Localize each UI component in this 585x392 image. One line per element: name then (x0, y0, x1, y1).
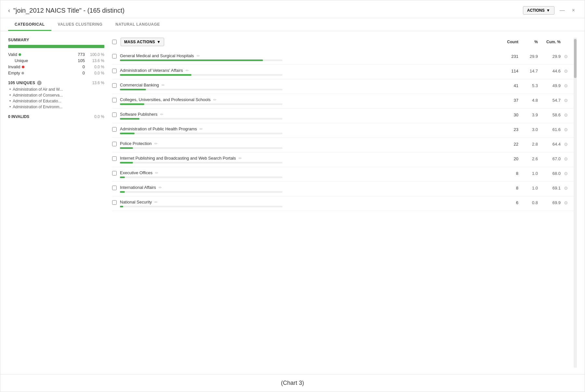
gear-icon[interactable]: ⚙ (564, 156, 568, 162)
edit-icon[interactable]: ✏ (197, 54, 200, 58)
bar-track (120, 206, 282, 207)
row-content: Administration of Veterans' Affairs ✏ (120, 68, 496, 76)
edit-icon[interactable]: ✏ (155, 171, 158, 175)
row-count: 231 (496, 54, 522, 59)
col-header-pct: % (522, 40, 541, 44)
info-icon[interactable]: i (37, 81, 42, 85)
row-checkbox[interactable] (112, 156, 117, 161)
edit-icon[interactable]: ✏ (200, 127, 203, 131)
summary-unique-row: Unique 105 13.6 % (8, 58, 104, 63)
close-button[interactable]: × (570, 6, 577, 15)
tabs: CATEGORICAL VALUES CLUSTERING NATURAL LA… (0, 18, 585, 31)
row-pct: 2.8 (522, 142, 541, 147)
mass-actions-button[interactable]: MASS ACTIONS ▼ (121, 38, 164, 46)
row-cum-pct: 61.6 (541, 127, 564, 132)
edit-icon[interactable]: ✏ (162, 83, 165, 87)
table-row: Administration of Public Health Programs… (112, 123, 574, 138)
empty-dot (21, 72, 24, 74)
row-cum-pct: 44.6 (541, 69, 564, 73)
row-checkbox[interactable] (112, 142, 117, 146)
edit-icon[interactable]: ✏ (154, 200, 158, 204)
edit-icon[interactable]: ✏ (154, 141, 158, 146)
table-toolbar: MASS ACTIONS ▼ Count % Cum. % (112, 38, 574, 46)
gear-icon[interactable]: ⚙ (564, 142, 568, 147)
tab-values-clustering[interactable]: VALUES CLUSTERING (51, 18, 109, 31)
select-all-checkbox[interactable] (112, 40, 117, 44)
row-cum-pct: 58.6 (541, 112, 564, 117)
bar-track (120, 191, 282, 193)
scrollbar[interactable] (574, 38, 577, 368)
row-pct: 14.7 (522, 69, 541, 73)
row-checkbox[interactable] (112, 200, 117, 205)
footer-caption: (Chart 3) (0, 374, 585, 392)
row-cum-pct: 68.0 (541, 171, 564, 176)
bar-fill (120, 147, 133, 149)
header-title: "join_2012 NAICS Title" - (165 distinct) (13, 7, 523, 14)
edit-icon[interactable]: ✏ (239, 156, 242, 161)
row-count: 6 (496, 200, 522, 205)
row-checkbox[interactable] (112, 83, 117, 88)
row-checkbox[interactable] (112, 98, 117, 102)
row-checkbox[interactable] (112, 69, 117, 73)
gear-icon[interactable]: ⚙ (564, 83, 568, 88)
summary-empty-row: Empty 0 0.0 % (8, 71, 104, 75)
gear-icon[interactable]: ⚙ (564, 69, 568, 74)
invalid-count: 0 (69, 64, 85, 69)
row-pct: 1.0 (522, 186, 541, 190)
row-checkbox[interactable] (112, 171, 117, 176)
gear-icon[interactable]: ⚙ (564, 171, 568, 176)
gear-icon[interactable]: ⚙ (564, 98, 568, 103)
row-content: General Medical and Surgical Hospitals ✏ (120, 53, 496, 61)
row-name: Commercial Banking ✏ (120, 83, 496, 87)
row-pct: 1.0 (522, 171, 541, 176)
edit-icon[interactable]: ✏ (186, 68, 189, 73)
row-cum-pct: 29.9 (541, 54, 564, 59)
gear-icon[interactable]: ⚙ (564, 112, 568, 118)
tab-natural-language[interactable]: NATURAL LANGUAGE (109, 18, 166, 31)
invalid-pct: 0.0 % (85, 65, 104, 69)
invalids-pct: 0.0 % (94, 114, 104, 119)
valid-count: 773 (69, 52, 85, 57)
scrollbar-thumb[interactable] (574, 39, 577, 78)
gear-icon[interactable]: ⚙ (564, 186, 568, 191)
row-count: 22 (496, 142, 522, 147)
bar-fill (120, 89, 146, 90)
col-header-cum: Cum. % (541, 40, 564, 44)
bar-track (120, 147, 282, 149)
bar-fill (120, 176, 125, 178)
row-checkbox[interactable] (112, 112, 117, 117)
bar-fill (120, 162, 133, 163)
summary-invalid-row: Invalid 0 0.0 % (8, 64, 104, 69)
gear-icon[interactable]: ⚙ (564, 200, 568, 205)
gear-icon[interactable]: ⚙ (564, 127, 568, 132)
table-row: National Security ✏ 6 0.8 69.9 ⚙ (112, 196, 574, 211)
row-checkbox[interactable] (112, 54, 117, 59)
unique-count: 105 (69, 58, 85, 63)
row-gear: ⚙ (564, 186, 574, 191)
gear-icon[interactable]: ⚙ (564, 54, 568, 59)
row-content: Executive Offices ✏ (120, 170, 496, 178)
main-content: SUMMARY Valid 773 100.0 % Unique 105 13.… (0, 31, 585, 374)
valid-pct: 100.0 % (85, 52, 104, 57)
bar-fill (120, 133, 135, 134)
edit-icon[interactable]: ✏ (160, 112, 163, 117)
back-button[interactable]: ‹ (8, 7, 10, 14)
row-pct: 29.9 (522, 54, 541, 59)
row-checkbox[interactable] (112, 186, 117, 190)
tab-categorical[interactable]: CATEGORICAL (8, 18, 51, 31)
edit-icon[interactable]: ✏ (159, 185, 162, 190)
bar-track (120, 89, 282, 90)
row-checkbox[interactable] (112, 127, 117, 132)
actions-button[interactable]: ACTIONS ▼ (523, 6, 554, 15)
row-name: General Medical and Surgical Hospitals ✏ (120, 53, 496, 58)
bar-fill (120, 103, 144, 105)
invalid-label: Invalid (8, 64, 20, 69)
edit-icon[interactable]: ✏ (213, 98, 216, 102)
minimize-button[interactable]: — (558, 6, 567, 15)
empty-pct: 0.0 % (85, 71, 104, 75)
bar-fill (120, 191, 125, 193)
table-row: Police Protection ✏ 22 2.8 64.4 ⚙ (112, 138, 574, 152)
row-count: 20 (496, 156, 522, 161)
table-body: General Medical and Surgical Hospitals ✏… (112, 50, 574, 368)
row-count: 37 (496, 98, 522, 103)
